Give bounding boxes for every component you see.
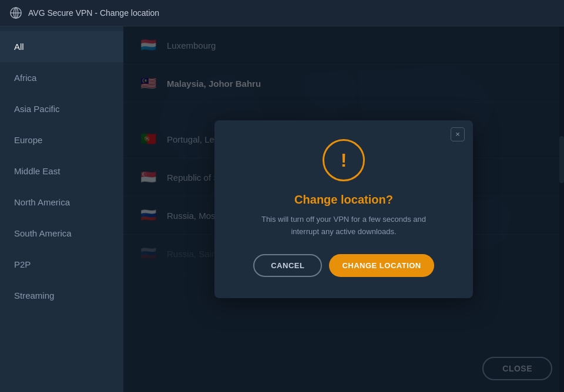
- modal-description: This will turn off your VPN for a few se…: [256, 214, 432, 238]
- change-location-button[interactable]: CHANGE LOCATION: [329, 254, 434, 277]
- sidebar-item-north-america[interactable]: North America: [0, 187, 123, 218]
- modal-overlay: × ! Change location? This will turn off …: [123, 26, 564, 392]
- warning-icon-circle: !: [323, 139, 365, 181]
- app-title: AVG Secure VPN - Change location: [28, 8, 159, 18]
- content-area: 🇱🇺 Luxembourg 🇲🇾 Malaysia, Johor Bahru 🇵…: [123, 26, 564, 392]
- sidebar-item-asia-pacific[interactable]: Asia Pacific: [0, 93, 123, 124]
- sidebar-item-streaming[interactable]: Streaming: [0, 280, 123, 311]
- sidebar-item-p2p[interactable]: P2P: [0, 249, 123, 280]
- main-layout: All Africa Asia Pacific Europe Middle Ea…: [0, 26, 564, 392]
- sidebar-item-south-america[interactable]: South America: [0, 218, 123, 249]
- titlebar: AVG Secure VPN - Change location: [0, 0, 564, 26]
- change-location-dialog: × ! Change location? This will turn off …: [214, 120, 473, 299]
- sidebar-item-all[interactable]: All: [0, 31, 123, 62]
- modal-close-button[interactable]: ×: [451, 127, 465, 141]
- globe-icon: [9, 6, 22, 19]
- sidebar-item-middle-east[interactable]: Middle East: [0, 156, 123, 187]
- sidebar-item-europe[interactable]: Europe: [0, 124, 123, 156]
- exclamation-icon: !: [341, 151, 347, 170]
- modal-actions: CANCEL CHANGE LOCATION: [238, 254, 449, 277]
- sidebar: All Africa Asia Pacific Europe Middle Ea…: [0, 26, 123, 392]
- cancel-button[interactable]: CANCEL: [253, 254, 322, 277]
- sidebar-item-africa[interactable]: Africa: [0, 62, 123, 93]
- modal-title: Change location?: [238, 193, 449, 207]
